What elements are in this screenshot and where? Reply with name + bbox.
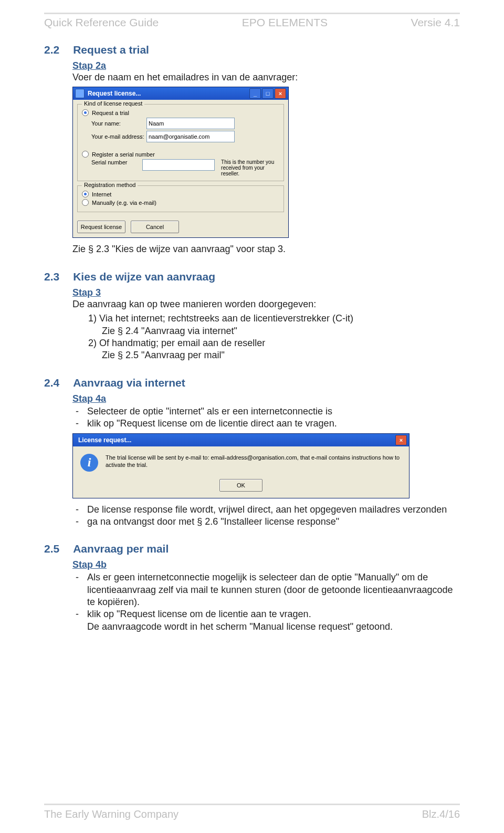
- your-email-input[interactable]: naam@organisatie.com: [146, 131, 235, 142]
- ok-button-label: OK: [237, 482, 245, 488]
- your-name-input[interactable]: Naam: [146, 118, 235, 129]
- your-email-value: naam@organisatie.com: [149, 133, 209, 140]
- step-3-intro: De aanvraag kan op twee manieren worden …: [72, 298, 460, 310]
- radio-register-serial[interactable]: [82, 151, 89, 158]
- step-2a-label: Stap 2a: [72, 60, 460, 71]
- heading-title: Kies de wijze van aanvraag: [73, 270, 215, 283]
- option-1: 1) Via het internet; rechtstreeks aan de…: [88, 313, 460, 325]
- request-license-dialog: Request license... _ □ × Kind of license…: [72, 87, 460, 238]
- heading-title: Aanvraag via internet: [73, 377, 185, 389]
- dialog-titlebar[interactable]: Request license... _ □ ×: [73, 87, 288, 100]
- serial-input[interactable]: [142, 159, 215, 171]
- radio-register-serial-label: Register a serial number: [92, 151, 155, 158]
- option-1-ref: Zie § 2.4 "Aanvraag via internet": [102, 325, 460, 337]
- option-2-ref: Zie § 2.5 "Aanvraag per mail": [102, 349, 460, 361]
- bullet-4a-2: klik op "Request license om de licentie …: [72, 418, 460, 430]
- radio-manual[interactable]: [82, 199, 89, 206]
- your-name-label: Your name:: [91, 120, 146, 127]
- heading-number: 2.4: [44, 377, 59, 389]
- request-license-button[interactable]: Request license: [77, 221, 125, 233]
- msgbox-titlebar[interactable]: License request... ×: [73, 434, 409, 446]
- bullet-4b-1: Als er geen internetconnectie mogelijk i…: [72, 571, 460, 608]
- radio-request-trial-label: Request a trial: [92, 110, 129, 116]
- msgbox-title: License request...: [75, 436, 395, 444]
- step-3-label: Stap 3: [72, 287, 460, 298]
- info-icon: i: [80, 454, 98, 472]
- heading-number: 2.3: [44, 270, 59, 283]
- app-icon: [75, 89, 85, 98]
- close-icon[interactable]: ×: [275, 88, 286, 99]
- serial-note: This is the number you received from you…: [221, 159, 279, 176]
- header-left: Quick Reference Guide: [44, 16, 159, 29]
- heading-2-5: 2.5 Aanvraag per mail: [44, 543, 460, 555]
- maximize-icon[interactable]: □: [262, 88, 274, 99]
- heading-number: 2.5: [44, 543, 59, 555]
- header-center: EPO ELEMENTS: [242, 16, 328, 29]
- bullet-4a-4: ga na ontvangst door met § 2.6 "Installe…: [72, 516, 460, 528]
- option-2: 2) Of handmatig; per email aan de resell…: [88, 337, 460, 349]
- radio-request-trial[interactable]: [82, 109, 89, 116]
- serial-label: Serial number: [91, 159, 142, 165]
- page-header: Quick Reference Guide EPO ELEMENTS Versi…: [44, 16, 460, 29]
- step-4b-label: Stap 4b: [72, 559, 460, 570]
- radio-manual-label: Manually (e.g. via e-mail): [92, 200, 156, 206]
- heading-title: Request a trial: [73, 44, 149, 56]
- footer-right: Blz.4/16: [422, 808, 460, 820]
- license-request-msgbox: License request... × i The trial license…: [72, 433, 410, 498]
- group-method-label: Registration method: [82, 182, 138, 188]
- your-email-label: Your e-mail address:: [91, 133, 146, 140]
- heading-number: 2.2: [44, 44, 59, 56]
- group-kind-label: Kind of license request: [82, 100, 144, 107]
- heading-title: Aanvraag per mail: [73, 543, 169, 555]
- bullet-4b-2-line1: klik op "Request license om de licentie …: [87, 609, 311, 619]
- cancel-button-label: Cancel: [146, 224, 164, 230]
- heading-2-2: 2.2 Request a trial: [44, 44, 460, 56]
- heading-2-3: 2.3 Kies de wijze van aanvraag: [44, 270, 460, 283]
- radio-internet[interactable]: [82, 191, 89, 197]
- your-name-value: Naam: [149, 120, 164, 127]
- cancel-button[interactable]: Cancel: [131, 221, 179, 233]
- bullet-4b-2: klik op "Request license om de licentie …: [72, 608, 460, 633]
- msgbox-text: The trial license will be sent by e-mail…: [106, 454, 402, 472]
- request-license-button-label: Request license: [81, 224, 122, 230]
- dialog-title: Request license...: [88, 90, 249, 97]
- header-right: Versie 4.1: [411, 16, 460, 29]
- bullet-4a-1: Selecteer de optie "internet" als er een…: [72, 405, 460, 418]
- bullet-4b-2-line2: De aanvraagcode wordt in het scherm "Man…: [87, 621, 393, 632]
- radio-internet-label: Internet: [92, 191, 111, 197]
- heading-2-4: 2.4 Aanvraag via internet: [44, 377, 460, 389]
- page-footer: The Early Warning Company Blz.4/16: [44, 808, 460, 820]
- bullet-4a-3: De license response file wordt, vrijwel …: [72, 504, 460, 516]
- step-4a-label: Stap 4a: [72, 393, 460, 404]
- step-2a-intro: Voer de naam en het emailadres in van de…: [72, 71, 460, 84]
- ok-button[interactable]: OK: [219, 479, 262, 492]
- minimize-icon[interactable]: _: [249, 88, 261, 99]
- after-dialog-note: Zie § 2.3 "Kies de wijze van aanvraag" v…: [72, 243, 460, 255]
- footer-left: The Early Warning Company: [44, 808, 178, 820]
- close-icon[interactable]: ×: [395, 435, 407, 445]
